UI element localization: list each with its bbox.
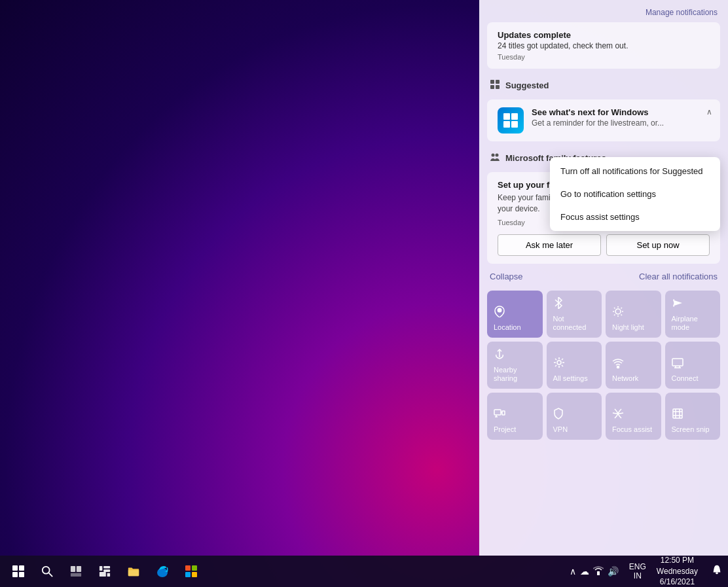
suggested-card-header: See what's next for Windows Get a remind… <box>498 107 710 133</box>
notification-panel: Manage notifications Updates complete 24… <box>479 0 728 556</box>
family-card-buttons: Ask me later Set up now <box>498 234 710 256</box>
suggested-section-header: Suggested <box>479 71 728 97</box>
setup-now-button[interactable]: Set up now <box>606 234 710 256</box>
taskbar-right: ∧ ☁ 🔊 ENG IN 12:50 PM Wednesday 6/16/202… <box>570 555 723 587</box>
qs-tile-project[interactable]: Project <box>487 393 543 440</box>
tray-chevron-icon[interactable]: ∧ <box>570 566 576 577</box>
svg-rect-48 <box>502 411 505 415</box>
qs-tile-location[interactable]: Location <box>487 291 543 338</box>
suggested-card: See what's next for Windows Get a remind… <box>487 99 720 141</box>
qs-tile-connect[interactable]: Connect <box>665 342 721 389</box>
context-menu: Turn off all notifications for Suggested… <box>550 157 720 231</box>
file-explorer-button[interactable] <box>120 558 147 584</box>
manage-notifications-link[interactable]: Manage notifications <box>646 8 718 17</box>
project-tile-label: Project <box>494 425 536 434</box>
network-tile-icon <box>612 358 655 372</box>
svg-rect-18 <box>192 572 197 577</box>
airplane-tile-label: Airplane mode <box>672 315 714 332</box>
svg-rect-22 <box>496 80 500 84</box>
start-button[interactable] <box>5 558 31 584</box>
svg-rect-8 <box>71 573 81 577</box>
notification-bell[interactable] <box>711 564 723 578</box>
qs-tile-vpn[interactable]: VPN <box>547 393 602 440</box>
collapse-link[interactable]: Collapse <box>490 272 523 281</box>
location-tile-label: Location <box>494 323 536 332</box>
clock-time: 12:50 PM <box>661 555 694 566</box>
qs-tile-night-light[interactable]: Night light <box>606 291 661 338</box>
lang-line1: ENG <box>629 562 646 571</box>
context-menu-item-0[interactable]: Turn off all notifications for Suggested <box>550 160 720 183</box>
nearby-sharing-tile-label: Nearby sharing <box>494 366 536 383</box>
svg-rect-28 <box>511 121 518 128</box>
panel-footer: Collapse Clear all notifications <box>479 266 728 287</box>
network-tray-icon[interactable] <box>593 566 604 577</box>
svg-line-40 <box>614 315 615 316</box>
vpn-tile-icon <box>553 408 596 423</box>
clock-area[interactable]: 12:50 PM Wednesday 6/16/2021 <box>651 555 703 587</box>
qs-tile-nearby-sharing[interactable]: Nearby sharing <box>487 342 543 389</box>
screen-snip-tile-label: Screen snip <box>672 425 714 434</box>
suggested-label: Suggested <box>505 80 549 90</box>
svg-rect-19 <box>597 571 600 575</box>
svg-rect-24 <box>496 85 500 89</box>
svg-rect-47 <box>494 410 501 415</box>
svg-rect-10 <box>103 566 110 569</box>
clear-notifications-link[interactable]: Clear all notifications <box>639 272 718 281</box>
notif-body: 24 titles got updated, check them out. <box>498 41 710 50</box>
qs-tile-airplane[interactable]: Airplane mode <box>665 291 721 338</box>
svg-rect-6 <box>71 566 75 572</box>
svg-line-37 <box>614 308 615 309</box>
tray-icons: ∧ ☁ 🔊 <box>570 566 619 577</box>
suggested-icon <box>490 79 500 92</box>
language-indicator[interactable]: ENG IN <box>629 562 646 581</box>
search-button[interactable] <box>34 558 60 584</box>
project-tile-icon <box>494 408 536 423</box>
svg-point-14 <box>157 568 168 577</box>
svg-rect-17 <box>185 572 191 577</box>
focus-assist-tile-label: Focus assist <box>612 425 655 434</box>
context-menu-item-2[interactable]: Focus assist settings <box>550 205 720 228</box>
svg-point-29 <box>492 154 495 157</box>
family-icon <box>490 152 500 164</box>
quick-settings-grid: Location Not connected <box>479 287 728 444</box>
qs-tile-bluetooth[interactable]: Not connected <box>547 291 602 338</box>
windows-app-icon <box>498 107 524 133</box>
svg-rect-7 <box>77 566 81 572</box>
svg-rect-13 <box>107 573 111 577</box>
svg-point-4 <box>43 567 50 574</box>
svg-rect-21 <box>490 80 494 84</box>
edge-button[interactable] <box>149 558 175 584</box>
notification-card: Updates complete 24 titles got updated, … <box>487 22 720 69</box>
taskbar-left <box>5 558 204 584</box>
suggested-card-chevron[interactable]: ∧ <box>706 107 712 116</box>
svg-line-39 <box>621 308 623 309</box>
night-light-tile-icon <box>612 306 655 321</box>
svg-rect-27 <box>503 121 510 128</box>
context-menu-item-1[interactable]: Go to notification settings <box>550 183 720 205</box>
qs-tile-screen-snip[interactable]: Screen snip <box>665 393 721 440</box>
focus-assist-tile-icon <box>612 408 655 423</box>
svg-point-31 <box>498 308 502 313</box>
suggested-title: See what's next for Windows <box>532 107 710 117</box>
ask-later-button[interactable]: Ask me later <box>498 234 601 256</box>
volume-icon[interactable]: 🔊 <box>608 566 619 577</box>
nearby-sharing-tile-icon <box>494 348 536 363</box>
svg-rect-2 <box>12 572 18 577</box>
svg-line-5 <box>49 573 52 577</box>
svg-rect-43 <box>672 359 683 366</box>
svg-rect-26 <box>511 113 518 120</box>
qs-tile-network[interactable]: Network <box>606 342 661 389</box>
qs-tile-focus-assist[interactable]: Focus assist <box>606 393 661 440</box>
qs-tile-all-settings[interactable]: All settings <box>547 342 602 389</box>
svg-rect-16 <box>192 565 197 571</box>
notif-title: Updates complete <box>498 30 710 40</box>
svg-rect-52 <box>673 409 682 418</box>
task-view-button[interactable] <box>63 558 89 584</box>
cloud-icon[interactable]: ☁ <box>580 566 589 577</box>
location-tile-icon <box>494 306 536 321</box>
taskbar: ∧ ☁ 🔊 ENG IN 12:50 PM Wednesday 6/16/202… <box>0 556 728 587</box>
store-button[interactable] <box>178 558 204 584</box>
widgets-button[interactable] <box>92 558 118 584</box>
svg-rect-11 <box>103 569 110 572</box>
svg-point-42 <box>617 366 619 368</box>
